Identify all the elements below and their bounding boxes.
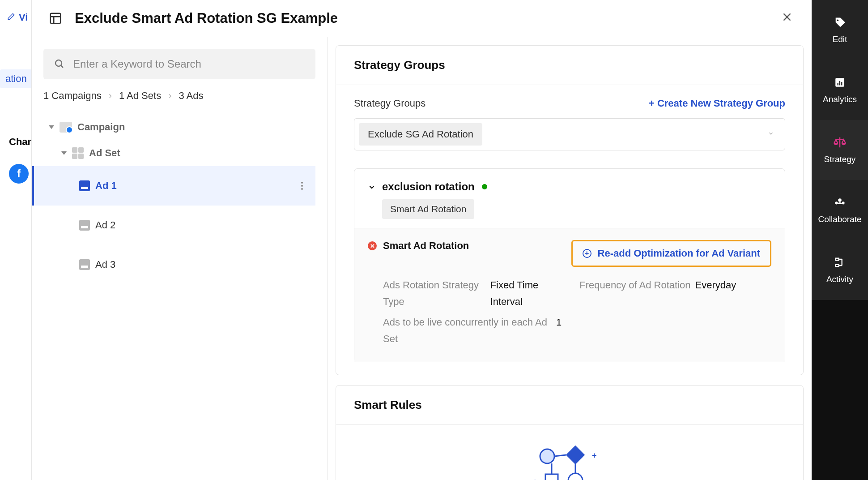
remove-icon[interactable]: ✕ bbox=[368, 241, 377, 250]
modal-body: 1 Campaigns › 1 Ad Sets › 3 Ads Campaign… bbox=[32, 37, 812, 480]
rotation-card: exclusion rotation Smart Ad Rotation ✕ S… bbox=[354, 168, 785, 362]
svg-rect-4 bbox=[841, 82, 842, 86]
left-panel: 1 Campaigns › 1 Ad Sets › 3 Ads Campaign… bbox=[32, 37, 328, 480]
breadcrumb: 1 Campaigns › 1 Ad Sets › 3 Ads bbox=[43, 90, 315, 102]
strategy-groups-card: Strategy Groups Strategy Groups + Create… bbox=[336, 45, 804, 375]
folder-icon bbox=[60, 122, 72, 133]
svg-rect-18 bbox=[566, 445, 585, 464]
svg-point-5 bbox=[838, 198, 842, 202]
bc-ads[interactable]: 3 Ads bbox=[179, 90, 203, 102]
chevron-down-icon bbox=[768, 130, 774, 138]
rotation-body-top: ✕ Smart Ad Rotation + Re-add Optimizatio… bbox=[368, 240, 771, 267]
svg-rect-10 bbox=[51, 13, 61, 24]
svg-rect-8 bbox=[836, 258, 839, 261]
sidebar-strategy-label: Strategy bbox=[824, 154, 856, 164]
facebook-icon: f bbox=[9, 164, 29, 184]
detail-freq-label: Frequency of Ad Rotation bbox=[579, 277, 690, 310]
ad-label: Ad 2 bbox=[95, 219, 115, 231]
detail-freq-value: Everyday bbox=[695, 277, 736, 310]
search-box[interactable] bbox=[43, 49, 315, 79]
card-body: Strategy Groups + Create New Strategy Gr… bbox=[336, 85, 803, 375]
bg-channel-label: Chan bbox=[9, 136, 34, 148]
detail-type-value: Fixed Time Interval bbox=[490, 277, 562, 310]
bg-view-text: Vi bbox=[19, 12, 28, 23]
ad-icon bbox=[79, 259, 90, 270]
sg-select[interactable]: Exclude SG Ad Rotation bbox=[354, 118, 785, 150]
detail-type-label: Ads Rotation Strategy Type bbox=[383, 277, 486, 310]
tree-ad-1[interactable]: Ad 1 bbox=[32, 166, 315, 206]
modal-header: Exclude Smart Ad Rotation SG Example bbox=[32, 0, 812, 37]
sidebar-item-strategy[interactable]: Strategy bbox=[812, 120, 868, 180]
search-icon bbox=[54, 59, 65, 69]
readd-text: Re-add Optimization for Ad Variant bbox=[598, 248, 760, 259]
search-input[interactable] bbox=[73, 58, 305, 70]
tree-campaign[interactable]: Campaign bbox=[43, 114, 315, 140]
svg-rect-20 bbox=[545, 474, 558, 480]
card-header: Strategy Groups bbox=[336, 46, 803, 85]
activity-icon bbox=[833, 256, 847, 269]
create-strategy-group-link[interactable]: + Create New Strategy Group bbox=[649, 98, 785, 109]
svg-point-15 bbox=[55, 60, 62, 66]
svg-rect-3 bbox=[839, 81, 840, 86]
grid-icon bbox=[72, 147, 84, 159]
svg-rect-2 bbox=[838, 83, 838, 85]
rotation-tag: Smart Ad Rotation bbox=[382, 199, 474, 219]
ad-icon bbox=[79, 220, 90, 231]
sidebar-activity-label: Activity bbox=[826, 274, 853, 284]
rotation-body: ✕ Smart Ad Rotation + Re-add Optimizatio… bbox=[354, 228, 785, 362]
bc-campaigns[interactable]: 1 Campaigns bbox=[43, 90, 102, 102]
layout-icon[interactable] bbox=[49, 12, 62, 25]
ad-label: Ad 3 bbox=[95, 259, 115, 270]
chart-icon bbox=[833, 76, 847, 89]
rotation-body-title: Smart Ad Rotation bbox=[383, 240, 469, 252]
tree-ad-3[interactable]: Ad 3 bbox=[43, 245, 315, 284]
detail-live-label: Ads to be live concurrently in each Ad S… bbox=[383, 314, 552, 347]
svg-line-16 bbox=[61, 65, 63, 68]
svg-point-6 bbox=[835, 201, 838, 204]
sg-label: Strategy Groups bbox=[354, 98, 425, 109]
more-menu-button[interactable] bbox=[301, 182, 303, 190]
rotation-title: exclusion rotation bbox=[382, 180, 475, 193]
sidebar-item-collaborate[interactable]: Collaborate bbox=[812, 180, 868, 240]
sg-top-row: Strategy Groups + Create New Strategy Gr… bbox=[354, 98, 785, 109]
diagram-icon: + + + bbox=[529, 443, 610, 480]
smart-rules-card: Smart Rules + + + bbox=[336, 385, 804, 480]
smart-rules-diagram: + + + bbox=[336, 425, 803, 480]
sidebar-item-analytics[interactable]: Analytics bbox=[812, 60, 868, 120]
sidebar-item-edit[interactable]: Edit bbox=[812, 0, 868, 60]
rotation-body-title-row: ✕ Smart Ad Rotation bbox=[368, 240, 469, 252]
rotation-title-row: exclusion rotation bbox=[368, 180, 771, 193]
svg-point-0 bbox=[837, 20, 839, 21]
svg-text:+: + bbox=[592, 451, 597, 460]
sg-card-title: Strategy Groups bbox=[354, 58, 785, 72]
adset-label: Ad Set bbox=[89, 147, 120, 159]
sg-selected-chip: Exclude SG Ad Rotation bbox=[359, 123, 482, 146]
tree-adset[interactable]: Ad Set bbox=[43, 140, 315, 166]
caret-down-icon bbox=[61, 151, 67, 155]
svg-point-17 bbox=[540, 449, 554, 463]
ad-icon bbox=[79, 180, 90, 191]
sidebar-analytics-label: Analytics bbox=[823, 94, 857, 104]
ad-label: Ad 1 bbox=[95, 180, 117, 192]
tree: Campaign Ad Set Ad 1 Ad 2 bbox=[43, 114, 315, 480]
chevron-down-icon bbox=[368, 183, 375, 190]
plus-circle-icon: + bbox=[583, 249, 591, 258]
svg-line-19 bbox=[554, 455, 566, 456]
card-header: Smart Rules bbox=[336, 386, 803, 425]
bg-tag: ation bbox=[0, 69, 32, 88]
readd-optimization-button[interactable]: + Re-add Optimization for Ad Variant bbox=[571, 240, 771, 267]
bc-adsets[interactable]: 1 Ad Sets bbox=[119, 90, 161, 102]
scales-icon bbox=[833, 136, 847, 149]
sidebar-collaborate-label: Collaborate bbox=[818, 214, 861, 224]
rotation-header[interactable]: exclusion rotation Smart Ad Rotation bbox=[354, 169, 785, 228]
sidebar-edit-label: Edit bbox=[833, 34, 847, 44]
svg-text:+: + bbox=[533, 478, 537, 480]
svg-point-7 bbox=[842, 201, 844, 204]
page-title: Exclude Smart Ad Rotation SG Example bbox=[75, 10, 767, 26]
tree-ad-2[interactable]: Ad 2 bbox=[43, 206, 315, 245]
sidebar-item-activity[interactable]: Activity bbox=[812, 240, 868, 300]
svg-rect-9 bbox=[836, 265, 839, 267]
close-button[interactable] bbox=[779, 9, 795, 28]
smart-rules-title: Smart Rules bbox=[354, 398, 785, 412]
chevron-right-icon: › bbox=[109, 90, 112, 102]
